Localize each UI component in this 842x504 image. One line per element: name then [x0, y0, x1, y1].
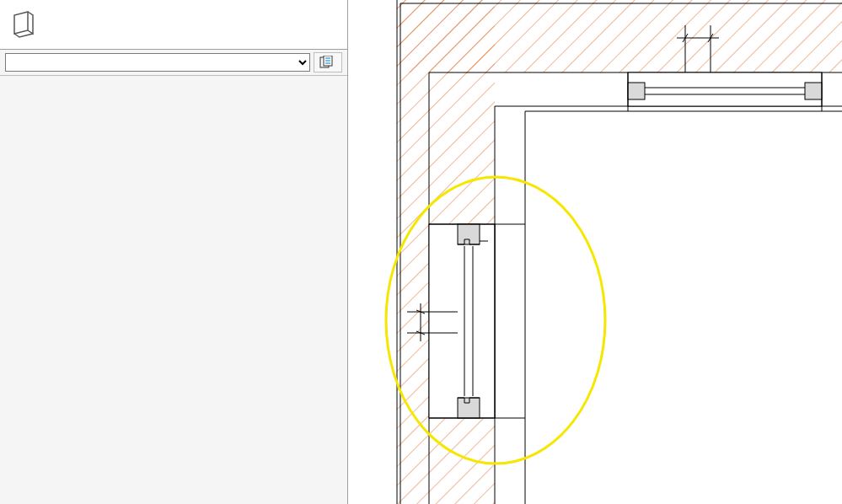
svg-rect-7 [628, 83, 645, 99]
drawing-canvas[interactable] [348, 0, 842, 504]
svg-rect-19 [458, 224, 480, 244]
svg-rect-6 [628, 72, 822, 106]
properties-grid [0, 76, 347, 504]
instance-selector[interactable] [5, 53, 310, 72]
window-family-icon [7, 8, 40, 41]
type-header[interactable] [0, 0, 347, 50]
svg-rect-8 [805, 83, 822, 99]
svg-rect-18 [429, 224, 495, 418]
svg-rect-5 [525, 111, 842, 504]
svg-rect-20 [458, 398, 480, 418]
edit-type-button[interactable] [314, 52, 342, 72]
edit-type-icon [319, 56, 333, 69]
properties-panel [0, 0, 348, 504]
